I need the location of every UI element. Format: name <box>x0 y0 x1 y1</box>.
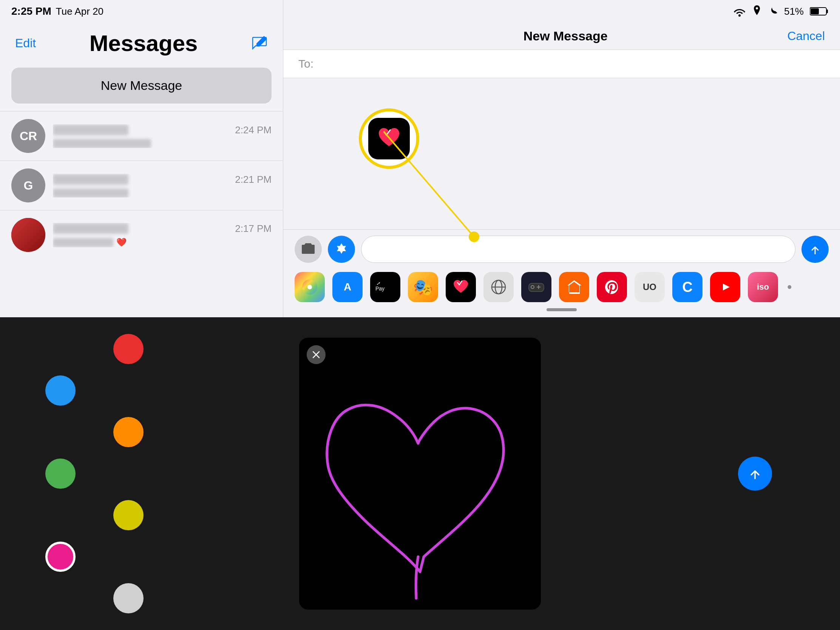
uo-icon[interactable]: UO <box>635 272 665 302</box>
message-content: 2:24 PM <box>53 124 272 148</box>
message-list: CR 2:24 PM G 2:21 PM <box>0 111 283 259</box>
bottom-half <box>0 317 840 630</box>
compose-body <box>283 78 840 229</box>
c-app-icon[interactable]: C <box>672 272 703 302</box>
color-row <box>45 334 144 364</box>
wifi-icon <box>733 6 746 17</box>
heart-drawing-svg <box>299 338 541 609</box>
color-row <box>45 417 144 447</box>
message-preview <box>53 139 272 148</box>
applepay-icon[interactable]: Pay <box>370 272 400 302</box>
orange-color-dot[interactable] <box>113 417 144 447</box>
list-item[interactable]: CR 2:24 PM <box>0 111 283 161</box>
photos-app-icon[interactable] <box>295 272 325 302</box>
messages-panel: Edit Messages New Message CR 2:24 PM <box>0 0 283 317</box>
svg-line-3 <box>384 131 474 237</box>
message-preview <box>53 188 272 197</box>
gametrack-icon[interactable] <box>521 272 551 302</box>
drawing-canvas[interactable] <box>299 338 541 609</box>
svg-point-4 <box>469 232 479 242</box>
blue-color-dot[interactable] <box>45 376 76 406</box>
compose-nav: New Message Cancel <box>283 23 840 50</box>
svg-rect-1 <box>826 9 828 13</box>
message-content: 2:21 PM <box>53 174 272 197</box>
loveworthly-row-icon[interactable] <box>446 272 476 302</box>
color-row <box>45 542 144 572</box>
location-icon <box>752 5 761 18</box>
compose-panel: New Message Cancel To: <box>283 0 840 317</box>
svg-rect-2 <box>810 8 819 14</box>
globe-search-icon[interactable] <box>483 272 514 302</box>
battery-text: 51% <box>784 6 804 17</box>
close-drawing-button[interactable] <box>307 345 325 364</box>
status-bar-right: 51% <box>733 5 829 18</box>
contact-name-blurred <box>53 125 128 135</box>
homedepot-icon[interactable] <box>559 272 589 302</box>
message-name-row: 2:21 PM <box>53 174 272 185</box>
pinterest-icon[interactable] <box>597 272 627 302</box>
pink-color-dot[interactable] <box>45 542 76 572</box>
message-preview-blurred <box>53 188 128 197</box>
message-name-row: 2:24 PM <box>53 124 272 136</box>
status-bar: 2:25 PM Tue Apr 20 51% <box>0 0 840 23</box>
messages-header: Edit Messages <box>0 23 283 60</box>
more-apps-indicator[interactable]: • <box>787 279 792 295</box>
to-label: To: <box>298 57 314 70</box>
edit-button[interactable]: Edit <box>15 36 36 50</box>
camera-button[interactable] <box>295 236 322 263</box>
status-bar-left: 2:25 PM Tue Apr 20 <box>11 5 104 17</box>
avatar: G <box>11 169 45 202</box>
message-time: 2:24 PM <box>235 124 272 136</box>
red-color-dot[interactable] <box>113 334 144 364</box>
memoji-icon[interactable]: 🎭 <box>408 272 438 302</box>
list-item[interactable]: G 2:21 PM <box>0 161 283 210</box>
bottom-send-button[interactable] <box>738 456 772 491</box>
svg-point-6 <box>308 285 312 289</box>
to-field: To: <box>283 50 840 78</box>
message-preview-blurred <box>53 238 113 247</box>
time: 2:25 PM <box>11 5 51 17</box>
cancel-button[interactable]: Cancel <box>787 29 825 43</box>
contact-name-blurred <box>53 174 128 185</box>
green-color-dot[interactable] <box>45 458 76 489</box>
send-button[interactable] <box>802 236 829 263</box>
color-row <box>45 583 144 613</box>
app-row: A Pay 🎭 <box>295 269 829 305</box>
youtube-icon[interactable] <box>710 272 740 302</box>
compose-icon[interactable] <box>251 35 268 52</box>
to-input[interactable] <box>319 57 825 70</box>
message-content: 2:17 PM ❤️ <box>53 223 272 247</box>
avatar <box>11 218 45 252</box>
message-time: 2:21 PM <box>235 174 272 185</box>
moon-icon <box>767 5 778 17</box>
message-preview: ❤️ <box>53 238 272 247</box>
message-time: 2:17 PM <box>235 223 272 235</box>
message-name-row: 2:17 PM <box>53 223 272 235</box>
appstore-button[interactable] <box>328 236 355 263</box>
contact-name-blurred <box>53 223 128 234</box>
compose-title: New Message <box>524 29 608 43</box>
scroll-indicator <box>546 308 577 311</box>
white-color-dot[interactable] <box>113 583 144 613</box>
compose-toolbar: A Pay 🎭 <box>283 229 840 317</box>
annotation-line <box>384 131 549 245</box>
iso-icon[interactable]: iso <box>748 272 778 302</box>
appstore-row-icon[interactable]: A <box>332 272 363 302</box>
message-preview-blurred <box>53 139 151 148</box>
yellow-color-dot[interactable] <box>113 500 144 530</box>
color-row <box>45 458 144 489</box>
color-palette <box>45 334 144 613</box>
battery-icon <box>810 6 829 17</box>
color-row <box>45 376 144 406</box>
color-row <box>45 500 144 530</box>
svg-text:Pay: Pay <box>376 286 385 292</box>
avatar: CR <box>11 119 45 153</box>
top-half: Edit Messages New Message CR 2:24 PM <box>0 0 840 317</box>
toolbar-top <box>295 236 829 263</box>
svg-marker-15 <box>723 284 730 291</box>
messages-title: Messages <box>90 30 198 56</box>
date: Tue Apr 20 <box>56 6 104 17</box>
new-message-button[interactable]: New Message <box>11 68 272 104</box>
list-item[interactable]: 2:17 PM ❤️ <box>0 210 283 259</box>
heart-reaction-icon: ❤️ <box>116 238 126 247</box>
